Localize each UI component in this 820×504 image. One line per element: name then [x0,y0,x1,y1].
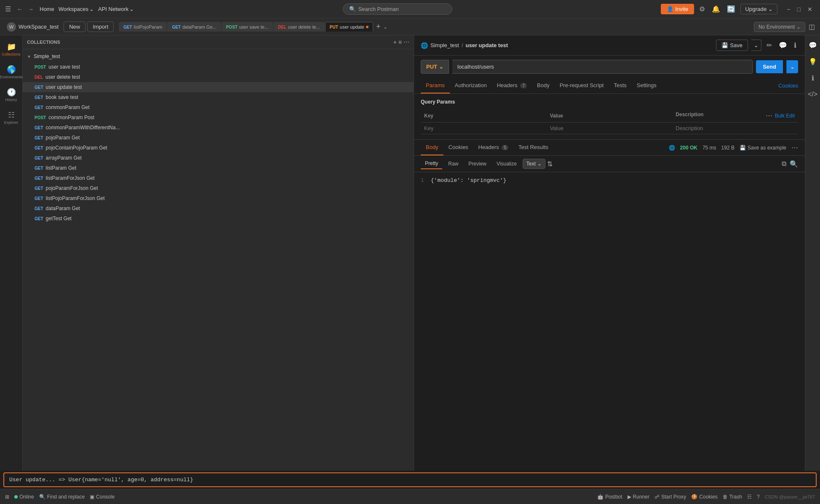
find-replace-button[interactable]: 🔍 Find and replace [39,494,85,500]
online-status[interactable]: Online [14,494,34,500]
value-input[interactable] [550,125,669,131]
tree-item-12[interactable]: GET pojoParamForJson Get [23,183,414,193]
invite-button[interactable]: 👤 Invite [661,4,694,14]
tree-item-13[interactable]: GET listPojoParamForJson Get [23,193,414,203]
copy-response-button[interactable]: ⧉ [782,160,786,168]
tab-body[interactable]: Body [532,78,555,93]
sync-button[interactable]: 🔄 [725,3,737,15]
sidebar-item-collections[interactable]: 📁 Collections [2,39,21,60]
key-input[interactable] [424,125,543,131]
request-tab-4[interactable]: PUT user update [325,22,373,32]
format-tab-visualize[interactable]: Visualize [492,159,521,169]
url-input[interactable] [452,60,753,74]
sidebar-toggle-button[interactable]: ◫ [807,21,817,32]
settings-button[interactable]: ⚙ [697,3,707,15]
params-more-button[interactable]: ⋯ [766,112,772,120]
edit-button[interactable]: ✏ [765,40,774,51]
layout-button[interactable]: ☷ [747,494,752,500]
workspaces-dropdown[interactable]: Workspaces ⌄ [59,6,94,12]
format-tab-preview[interactable]: Preview [464,159,491,169]
tab-params[interactable]: Params [421,78,450,93]
tab-authorization[interactable]: Authorization [450,78,492,93]
start-proxy-button[interactable]: ☍ Start Proxy [654,494,686,500]
add-collection-button[interactable]: + [393,39,397,45]
tree-item-10[interactable]: GET listParam Get [23,163,414,173]
sidebar-item-explorer[interactable]: ☷ Explorer [2,107,21,128]
wrap-lines-button[interactable]: ⇅ [547,160,553,168]
tree-item-11[interactable]: GET listParamForJson Get [23,173,414,183]
format-type-select[interactable]: Text ⌄ [523,159,545,169]
tree-item-3[interactable]: GET book save test [23,92,414,102]
tab-settings[interactable]: Settings [632,78,662,93]
request-tab-2[interactable]: POST user save te... [222,22,273,32]
back-button[interactable]: ← [15,5,24,13]
trash-button[interactable]: 🗑 Trash [723,494,742,500]
help-button[interactable]: ? [757,494,760,500]
method-select[interactable]: PUT ⌄ [421,60,449,74]
tree-item-14[interactable]: GET dataParam Get [23,203,414,213]
sidebar-item-history[interactable]: 🕐 History [2,84,21,105]
tree-item-1[interactable]: DEL user delete test [23,72,414,82]
save-button[interactable]: 💾 Save [716,40,748,51]
request-tab-1[interactable]: GET dataParam Ge... [167,22,221,32]
tree-item-8[interactable]: GET pojoContainPojoParam Get [23,143,414,153]
tree-item-15[interactable]: GET getTest Get [23,213,414,224]
tab-overflow-button[interactable]: ⌄ [383,24,387,30]
tree-item-2[interactable]: GET user update test [23,82,414,92]
minimize-button[interactable]: − [784,5,793,13]
tree-item-7[interactable]: GET pojoParam Get [23,133,414,143]
close-button[interactable]: ✕ [805,5,815,13]
notifications-button[interactable]: 🔔 [710,3,722,15]
request-tab-0[interactable]: GET listPojoParam [119,22,167,32]
tree-item-5[interactable]: POST commonParam Post [23,112,414,123]
right-panel-code[interactable]: </> [805,88,820,101]
cookies-link[interactable]: Cookies [778,83,798,89]
res-tab-body[interactable]: Body [421,140,443,155]
right-panel-light[interactable]: 💡 [806,55,820,68]
comment-button[interactable]: 💬 [777,40,789,51]
send-button[interactable]: Send [756,60,783,73]
forward-button[interactable]: → [26,5,35,13]
tab-pre-request[interactable]: Pre-request Script [555,78,609,93]
new-button[interactable]: New [64,21,85,32]
sort-collection-button[interactable]: ≡ [398,39,402,45]
menu-icon[interactable]: ☰ [5,5,11,13]
info-button[interactable]: ℹ [792,40,798,51]
save-dropdown-button[interactable]: ⌄ [751,40,761,51]
runner-button[interactable]: ▶ Runner [628,494,649,500]
sidebar-item-environments[interactable]: 🌎 Environments [2,61,21,83]
res-tab-headers[interactable]: Headers 5 [473,140,513,155]
home-link[interactable]: Home [40,6,54,12]
right-panel-info[interactable]: ℹ [809,72,817,85]
sidebar-toggle-bottom[interactable]: ⊞ [5,494,9,500]
api-network-dropdown[interactable]: API Network ⌄ [98,6,134,12]
tab-headers[interactable]: Headers 7 [492,78,532,93]
search-response-button[interactable]: 🔍 [790,160,798,168]
upgrade-button[interactable]: Upgrade ⌄ [740,4,777,14]
tree-item-0[interactable]: POST user save test [23,62,414,72]
res-tab-test-results[interactable]: Test Results [513,140,553,155]
cookies-bottom-button[interactable]: 🍪 Cookies [691,494,717,500]
format-tab-pretty[interactable]: Pretty [421,158,442,169]
collection-root[interactable]: ▼ Simple_test [23,51,414,62]
response-more-button[interactable]: ⋯ [791,144,798,152]
tree-item-4[interactable]: GET commonParam Get [23,102,414,112]
postbot-button[interactable]: 🤖 Postbot [597,494,622,500]
import-button[interactable]: Import [87,21,114,32]
add-tab-button[interactable]: + [374,22,383,31]
save-example-button[interactable]: 💾 Save as example [740,145,786,151]
right-panel-comments[interactable]: 💬 [806,39,820,52]
tab-tests[interactable]: Tests [609,78,631,93]
tree-item-6[interactable]: GET commonParamWithDifferentNa... [23,123,414,133]
tree-item-9[interactable]: GET arrayParam Get [23,153,414,163]
request-tab-3[interactable]: DEL user delete te... [273,22,325,32]
search-bar[interactable]: 🔍 Search Postman [343,3,452,15]
bulk-edit-button[interactable]: Bulk Edit [775,113,795,119]
format-tab-raw[interactable]: Raw [444,159,462,169]
console-button[interactable]: ▣ Console [90,494,115,500]
more-collections-button[interactable]: ⋯ [403,39,409,45]
send-dropdown-button[interactable]: ⌄ [786,60,798,73]
desc-input[interactable] [676,125,795,131]
res-tab-cookies[interactable]: Cookies [443,140,473,155]
environment-selector[interactable]: No Environment ⌄ [754,22,805,32]
